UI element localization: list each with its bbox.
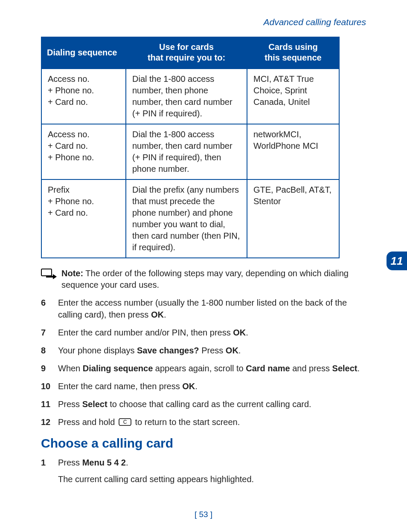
note-label: Note: [61, 269, 83, 278]
step-number: 10 [41, 380, 58, 392]
list-item: 10Enter the card name, then press OK. [41, 380, 366, 392]
section-subtext: The current calling card setting appears… [58, 474, 366, 484]
page-number: [ 53 ] [0, 510, 407, 519]
step-body: Press Menu 5 4 2. [58, 457, 366, 468]
cell-cards: MCI, AT&T True Choice, Sprint Canada, Un… [247, 69, 339, 124]
table-row: Access no.+ Phone no.+ Card no.Dial the … [41, 69, 339, 124]
step-number: 7 [41, 327, 58, 338]
step-body: Enter the card name, then press OK. [58, 380, 366, 392]
cell-cards: GTE, PacBell, AT&T, Stentor [247, 179, 339, 258]
step-number: 6 [41, 297, 58, 321]
note-arrow-icon [41, 269, 58, 283]
cell-use: Dial the 1-800 access number, then phone… [126, 69, 247, 124]
list-item: 7Enter the card number and/or PIN, then … [41, 327, 366, 338]
step-body: Your phone displays Save changes? Press … [58, 344, 366, 356]
list-item: 11Press Select to choose that calling ca… [41, 398, 366, 410]
note-text: The order of the following steps may var… [61, 269, 349, 289]
step-number: 8 [41, 344, 58, 356]
svg-rect-0 [41, 269, 52, 276]
step-body: Enter the card number and/or PIN, then p… [58, 327, 366, 338]
list-item: 9When Dialing sequence appears again, sc… [41, 362, 366, 374]
svg-text:C: C [123, 419, 127, 425]
table-header-cards: Cards using this sequence [247, 37, 339, 69]
step-number: 9 [41, 362, 58, 374]
cell-sequence: Prefix+ Phone no.+ Card no. [41, 179, 126, 258]
dialing-sequence-table: Dialing sequence Use for cards that requ… [41, 37, 340, 258]
table-row: Prefix+ Phone no.+ Card no.Dial the pref… [41, 179, 339, 258]
table-header-use: Use for cards that require you to: [126, 37, 247, 69]
chapter-tab-badge: 11 [387, 252, 407, 270]
list-item: 8Your phone displays Save changes? Press… [41, 344, 366, 356]
note-block: Note: The order of the following steps m… [41, 268, 366, 291]
step-body: Enter the access number (usually the 1-8… [58, 297, 366, 321]
step-body: Press Select to choose that calling card… [58, 398, 366, 410]
list-item: 1Press Menu 5 4 2. [41, 457, 366, 468]
cell-use: Dial the 1-800 access number, then card … [126, 124, 247, 179]
c-key-icon: C [119, 417, 131, 429]
table-row: Access no.+ Card no.+ Phone no.Dial the … [41, 124, 339, 179]
cell-cards: networkMCI, WorldPhone MCI [247, 124, 339, 179]
table-header-sequence: Dialing sequence [41, 37, 126, 69]
section-heading: Choose a calling card [41, 436, 366, 451]
list-item: 12Press and hold C to return to the star… [41, 416, 366, 429]
cell-sequence: Access no.+ Card no.+ Phone no. [41, 124, 126, 179]
step-number: 12 [41, 416, 58, 429]
cell-use: Dial the prefix (any numbers that must p… [126, 179, 247, 258]
steps-list-a: 6Enter the access number (usually the 1-… [41, 297, 366, 429]
step-body: Press and hold C to return to the start … [58, 416, 366, 429]
steps-list-b: 1Press Menu 5 4 2. [41, 457, 366, 468]
step-number: 11 [41, 398, 58, 410]
cell-sequence: Access no.+ Phone no.+ Card no. [41, 69, 126, 124]
list-item: 6Enter the access number (usually the 1-… [41, 297, 366, 321]
step-body: When Dialing sequence appears again, scr… [58, 362, 366, 374]
breadcrumb: Advanced calling features [41, 17, 366, 27]
step-number: 1 [41, 457, 58, 468]
